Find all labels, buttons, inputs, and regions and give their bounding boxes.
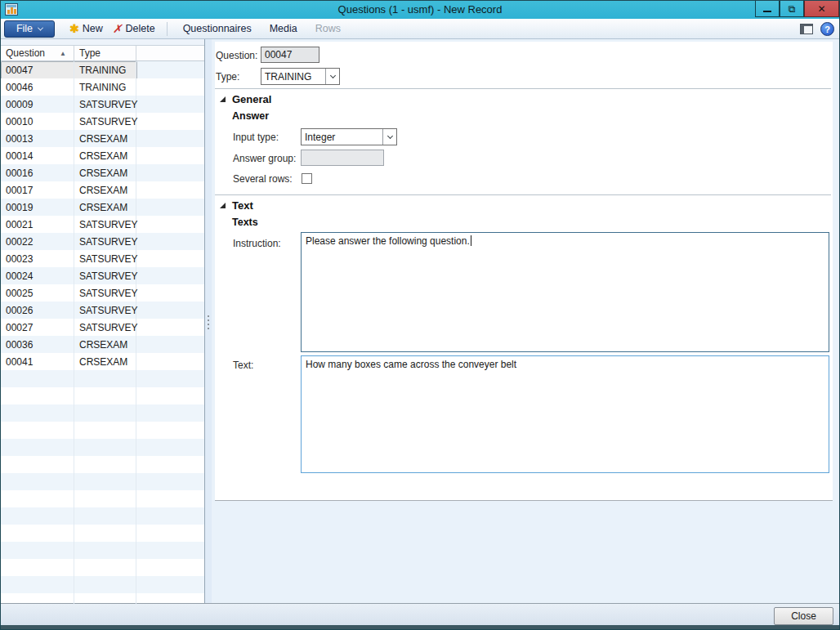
text-field-label: Text: xyxy=(233,360,253,371)
cell-type: SATSURVEY xyxy=(74,302,136,319)
column-header-empty[interactable] xyxy=(136,46,204,60)
window-bottom-edge xyxy=(1,625,839,629)
cell-type: SATSURVEY xyxy=(74,250,136,267)
help-icon: ? xyxy=(824,25,830,34)
answer-group-field xyxy=(301,150,384,166)
cell-question: 00021 xyxy=(1,216,74,233)
minimize-button[interactable] xyxy=(755,1,780,17)
cell-question: 00017 xyxy=(1,181,74,199)
input-type-combobox[interactable]: Integer xyxy=(301,128,397,145)
restore-icon: ⧉ xyxy=(789,4,796,14)
column-header-type[interactable]: Type xyxy=(74,46,136,60)
table-row[interactable]: 00013CRSEXAM xyxy=(1,130,204,147)
new-button[interactable]: ✱ New xyxy=(65,20,108,38)
questions-grid: Question ▲ Type 00047TRAINING00046TRAINI… xyxy=(1,39,205,605)
instruction-textarea[interactable]: Please answer the following question. xyxy=(301,232,829,352)
table-row[interactable]: 00041CRSEXAM xyxy=(1,353,204,370)
delete-icon: ✗ xyxy=(113,23,123,34)
section-divider xyxy=(215,88,831,89)
table-row[interactable]: 00022SATSURVEY xyxy=(1,233,204,250)
section-divider xyxy=(215,194,831,195)
restore-button[interactable]: ⧉ xyxy=(780,1,804,17)
cell-question: 00023 xyxy=(1,250,74,267)
cell-type: CRSEXAM xyxy=(74,164,136,181)
table-row[interactable]: 00017CRSEXAM xyxy=(1,181,204,199)
table-row[interactable]: 00019CRSEXAM xyxy=(1,199,204,216)
table-row[interactable] xyxy=(1,370,204,387)
toolbar-menu: QuestionnairesMediaRows xyxy=(174,19,350,39)
table-row[interactable] xyxy=(1,456,204,473)
collapse-icon xyxy=(220,96,226,102)
table-row[interactable]: 00021SATSURVEY xyxy=(1,216,204,233)
table-row[interactable]: 00023SATSURVEY xyxy=(1,250,204,267)
type-combobox[interactable]: TRAINING xyxy=(261,68,340,85)
delete-button-label: Delete xyxy=(125,23,154,34)
cell-question: 00026 xyxy=(1,302,74,319)
cell-type: CRSEXAM xyxy=(74,181,136,199)
cell-type: TRAINING xyxy=(74,78,136,96)
delete-button[interactable]: ✗ Delete xyxy=(108,20,160,38)
texts-group-title: Texts xyxy=(232,217,258,228)
table-row[interactable]: 00026SATSURVEY xyxy=(1,302,204,319)
type-dropdown-button[interactable] xyxy=(325,69,339,84)
table-row[interactable]: 00024SATSURVEY xyxy=(1,267,204,284)
panel-toggle-button[interactable] xyxy=(800,24,813,34)
cell-question: 00036 xyxy=(1,336,74,353)
table-row[interactable] xyxy=(1,387,204,404)
table-row[interactable]: 00016CRSEXAM xyxy=(1,164,204,181)
column-header-question[interactable]: Question ▲ xyxy=(1,46,74,60)
several-rows-checkbox[interactable] xyxy=(302,173,312,184)
text-textarea[interactable]: How many boxes came across the conveyer … xyxy=(301,355,829,473)
close-window-button[interactable]: ✕ xyxy=(804,1,839,17)
table-row[interactable] xyxy=(1,576,204,593)
text-section-title: Text xyxy=(232,199,253,212)
pane-splitter[interactable] xyxy=(205,39,212,605)
instruction-label: Instruction: xyxy=(233,238,281,249)
table-row[interactable] xyxy=(1,473,204,490)
table-row[interactable]: 00046TRAINING xyxy=(1,78,204,96)
cell-type: TRAINING xyxy=(74,61,136,78)
menu-item-questionnaires[interactable]: Questionnaires xyxy=(174,19,261,39)
cell-type: CRSEXAM xyxy=(74,336,136,353)
text-section-header[interactable]: Text xyxy=(220,199,253,212)
menu-item-media[interactable]: Media xyxy=(261,19,306,39)
table-row[interactable] xyxy=(1,593,204,605)
sort-ascending-icon: ▲ xyxy=(60,50,66,57)
table-row[interactable] xyxy=(1,439,204,456)
input-type-dropdown-button[interactable] xyxy=(382,129,396,145)
table-row[interactable]: 00025SATSURVEY xyxy=(1,284,204,302)
chevron-down-icon xyxy=(38,25,43,30)
table-row[interactable] xyxy=(1,507,204,525)
window-title: Questions (1 - usmf) - New Record xyxy=(1,1,839,19)
file-menu-button[interactable]: File xyxy=(4,20,55,38)
table-row[interactable] xyxy=(1,525,204,542)
close-button[interactable]: Close xyxy=(774,607,833,625)
cell-type: CRSEXAM xyxy=(74,199,136,216)
grid-header: Question ▲ Type xyxy=(1,45,204,61)
text-caret xyxy=(471,235,471,246)
table-row[interactable]: 00036CRSEXAM xyxy=(1,336,204,353)
table-row[interactable] xyxy=(1,542,204,559)
table-row[interactable]: 00047TRAINING xyxy=(1,61,204,78)
cell-question: 00024 xyxy=(1,267,74,284)
minimize-icon xyxy=(763,11,771,12)
table-row[interactable]: 00027SATSURVEY xyxy=(1,319,204,336)
table-row[interactable]: 00009SATSURVEY xyxy=(1,96,204,113)
table-row[interactable]: 00014CRSEXAM xyxy=(1,147,204,164)
table-row[interactable] xyxy=(1,404,204,422)
app-window: Questions (1 - usmf) - New Record ⧉ ✕ Fi… xyxy=(0,0,840,630)
cell-type: SATSURVEY xyxy=(74,216,136,233)
table-row[interactable] xyxy=(1,559,204,576)
cell-type: CRSEXAM xyxy=(74,353,136,370)
table-row[interactable] xyxy=(1,422,204,439)
toolbar-separator xyxy=(167,22,168,36)
cell-question: 00014 xyxy=(1,147,74,164)
help-button[interactable]: ? xyxy=(820,22,834,36)
general-section-header[interactable]: General xyxy=(220,93,271,105)
table-row[interactable] xyxy=(1,490,204,507)
table-row[interactable]: 00010SATSURVEY xyxy=(1,113,204,130)
close-icon: ✕ xyxy=(817,4,825,14)
cell-type: SATSURVEY xyxy=(74,233,136,250)
cell-question: 00027 xyxy=(1,319,74,336)
cell-question: 00022 xyxy=(1,233,74,250)
